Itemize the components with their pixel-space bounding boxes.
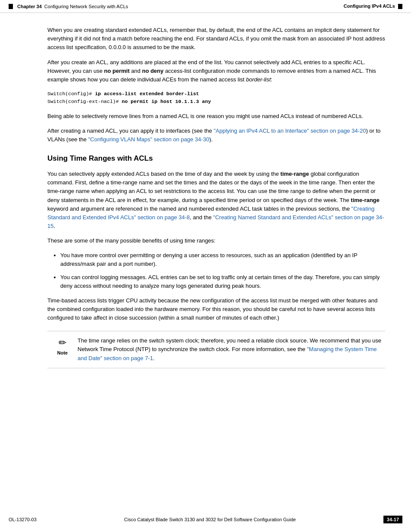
header-left-box — [9, 4, 13, 9]
bullet-item-2: You can control logging messages. ACL en… — [60, 273, 385, 290]
paragraph-2: After you create an ACL, any additions a… — [47, 58, 385, 84]
footer-right: 34-17 — [383, 516, 402, 523]
cpu-paragraph: Time-based access lists trigger CPU acti… — [47, 296, 385, 322]
header-right-box — [398, 4, 402, 9]
header-right-title: Configuring IPv4 ACLs — [344, 3, 395, 9]
footer-left: OL-13270-03 — [9, 517, 37, 522]
para2-italic: border-list — [246, 76, 271, 83]
benefits-intro: These are some of the many possible bene… — [47, 236, 385, 245]
note-label: Note — [57, 350, 68, 355]
sec-para1-bold1: time-range — [280, 171, 309, 177]
code-line-1: Switch(config)# ip access-list extended … — [47, 90, 385, 98]
note-icon-area: ✏ Note — [47, 336, 78, 355]
code-line2-bold: no permit ip host 10.1.1.3 any — [122, 99, 211, 104]
page-number: 34-17 — [383, 516, 402, 523]
sec-para1-part4: , and the — [190, 214, 213, 221]
note-box: ✏ Note The time range relies on the swit… — [47, 331, 385, 368]
bullet-list: You have more control over permitting or… — [60, 251, 385, 290]
page-header: Chapter 34 Configuring Network Security … — [0, 0, 411, 13]
code-line2-normal: Switch(config-ext-nacl)# — [47, 99, 122, 104]
pencil-icon: ✏ — [59, 337, 66, 348]
bullet-item-1: You have more control over permitting or… — [60, 251, 385, 268]
sec-para1-end: . — [53, 223, 55, 229]
header-left: Chapter 34 Configuring Network Security … — [9, 4, 128, 9]
para2-bold1: no permit — [104, 68, 130, 74]
paragraph-4: After creating a named ACL, you can appl… — [47, 127, 385, 144]
footer-center: Cisco Catalyst Blade Switch 3130 and 303… — [37, 517, 383, 522]
para2-bold2: no deny — [142, 68, 164, 74]
paragraph-1: When you are creating standard extended … — [47, 26, 385, 52]
chapter-label: Chapter 34 — [17, 4, 42, 9]
para4-link2[interactable]: "Configuring VLAN Maps" section on page … — [88, 136, 209, 143]
sec-para1-part3: keyword and argument are referenced in t… — [47, 205, 352, 212]
para4-link1[interactable]: "Applying an IPv4 ACL to an Interface" s… — [214, 128, 366, 134]
page-footer: OL-13270-03 Cisco Catalyst Blade Switch … — [0, 516, 411, 523]
paragraph-3: Being able to selectively remove lines f… — [47, 112, 385, 121]
header-chapter-title: Configuring Network Security with ACLs — [44, 4, 128, 9]
note-content: The time range relies on the switch syst… — [78, 336, 385, 362]
code-line1-normal: Switch(config)# — [47, 91, 95, 96]
section-paragraph-1: You can selectively apply extended ACLs … — [47, 170, 385, 230]
main-content: When you are creating standard extended … — [0, 13, 411, 381]
note-text-end: . — [153, 355, 155, 361]
section-heading: Using Time Ranges with ACLs — [47, 154, 385, 163]
para2-part2: and — [130, 68, 142, 74]
sec-para1-bold2: time-range — [351, 197, 379, 203]
header-right: Configuring IPv4 ACLs — [344, 3, 402, 9]
page: Chapter 34 Configuring Network Security … — [0, 0, 411, 532]
para2-end: : — [271, 76, 273, 83]
code-line-2: Switch(config-ext-nacl)# no permit ip ho… — [47, 98, 385, 106]
para4-end: ). — [209, 136, 213, 143]
para4-part1: After creating a named ACL, you can appl… — [47, 128, 214, 134]
sec-para1-part1: You can selectively apply extended ACLs … — [47, 171, 280, 177]
code-block: Switch(config)# ip access-list extended … — [47, 90, 385, 106]
code-line1-bold: ip access-list extended border-list — [95, 91, 199, 96]
